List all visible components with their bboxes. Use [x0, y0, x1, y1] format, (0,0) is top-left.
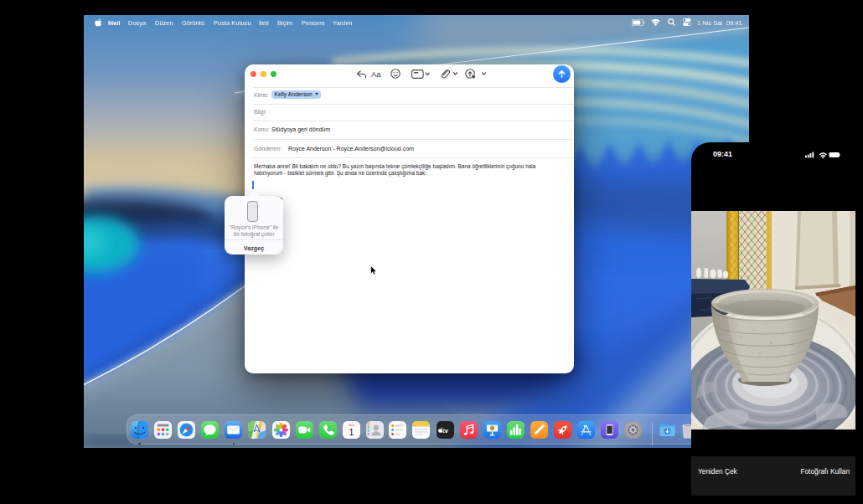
svg-text:1: 1 — [349, 427, 354, 437]
